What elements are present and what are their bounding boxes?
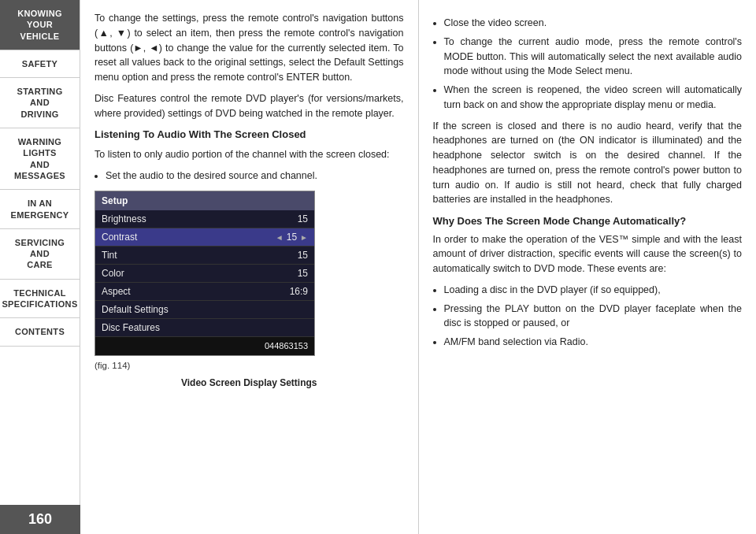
setup-row-brightness: Brightness 15 [95, 210, 314, 228]
setup-row-aspect: Aspect 16:9 [95, 283, 314, 301]
sidebar-item-contents[interactable]: CONTENTS [0, 318, 80, 346]
bottom-bullets: Loading a disc in the DVD player (if so … [433, 283, 743, 350]
right-arrow-icon: ► [300, 232, 308, 243]
sidebar-item-technical[interactable]: TECHNICALSPECIFICATIONS [0, 280, 80, 319]
sidebar-item-warning-lights[interactable]: WARNINGLIGHTSANDMESSAGES [0, 128, 80, 190]
bullet-screen-reopened: When the screen is reopened, the video s… [444, 83, 743, 113]
bullet-loading-disc: Loading a disc in the DVD player (if so … [444, 283, 743, 298]
intro-paragraph: To change the settings, press the remote… [94, 11, 404, 85]
aspect-value: 16:9 [290, 284, 308, 299]
screenshot-id: 044863153 [95, 337, 314, 355]
contrast-label: Contrast [102, 230, 276, 244]
bullet-am-fm: AM/FM band selection via Radio. [444, 335, 743, 350]
page-number: 160 [0, 505, 80, 534]
setup-title: Setup [95, 191, 314, 210]
bullet-close-screen: Close the video screen. [444, 16, 743, 31]
sidebar-item-knowing-your-vehicle[interactable]: KNOWINGYOURVEHICLE [0, 0, 80, 50]
sidebar-item-starting-and-driving[interactable]: STARTINGANDDRIVING [0, 78, 80, 128]
setup-row-tint: Tint 15 [95, 247, 314, 265]
sidebar-item-emergency[interactable]: IN ANEMERGENCY [0, 190, 80, 229]
listening-bullets: Set the audio to the desired source and … [94, 169, 404, 184]
left-column: To change the settings, press the remote… [80, 0, 419, 534]
tint-value: 15 [298, 248, 308, 262]
right-column: Close the video screen. To change the cu… [419, 0, 757, 534]
fig-caption: (fig. 114) [94, 359, 404, 373]
brightness-label: Brightness [102, 212, 298, 226]
tint-label: Tint [102, 248, 298, 262]
bullet-audio-mode: To change the current audio mode, press … [444, 35, 743, 79]
fig-title: Video Screen Display Settings [94, 376, 404, 390]
if-screen-closed-paragraph: If the screen is closed and there is no … [433, 119, 743, 208]
dvd-screenshot: Setup Brightness 15 Contrast ◄ 15 ► Tint… [94, 191, 315, 356]
disc-features-label: Disc Features [102, 321, 308, 335]
sidebar: KNOWINGYOURVEHICLE SAFETY STARTINGANDDRI… [0, 0, 80, 534]
bullet-play-button: Pressing the PLAY button on the DVD play… [444, 302, 743, 332]
aspect-label: Aspect [102, 284, 290, 299]
main-content: To change the settings, press the remote… [80, 0, 756, 534]
sidebar-item-safety[interactable]: SAFETY [0, 50, 80, 78]
color-value: 15 [298, 266, 308, 280]
disc-features-paragraph: Disc Features control the remote DVD pla… [94, 91, 404, 121]
setup-row-default-settings: Default Settings [95, 301, 314, 319]
brightness-value: 15 [298, 212, 308, 226]
left-arrow-icon: ◄ [276, 232, 284, 243]
sidebar-item-servicing[interactable]: SERVICINGANDCARE [0, 229, 80, 280]
listening-text: To listen to only audio portion of the c… [94, 147, 404, 162]
top-bullets: Close the video screen. To change the cu… [433, 16, 743, 113]
listening-heading: Listening To Audio With The Screen Close… [94, 127, 404, 143]
setup-row-contrast: Contrast ◄ 15 ► [95, 228, 314, 247]
why-text: In order to make the operation of the VE… [433, 232, 743, 276]
default-settings-label: Default Settings [102, 302, 308, 317]
sidebar-nav: KNOWINGYOURVEHICLE SAFETY STARTINGANDDRI… [0, 0, 80, 534]
setup-row-color: Color 15 [95, 265, 314, 283]
contrast-value: ◄ 15 ► [276, 230, 308, 244]
color-label: Color [102, 266, 298, 280]
listening-bullet-1: Set the audio to the desired source and … [106, 169, 404, 184]
setup-row-disc-features: Disc Features [95, 319, 314, 337]
why-heading: Why Does The Screen Mode Change Automati… [433, 213, 743, 229]
